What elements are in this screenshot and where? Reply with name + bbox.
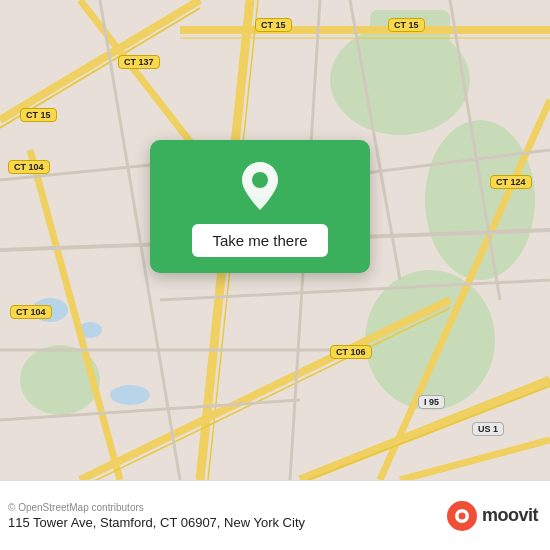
moovit-logo: moovit [446, 500, 538, 532]
road-badge-ct15-top: CT 15 [255, 18, 292, 32]
moovit-icon [446, 500, 478, 532]
road-badge-ct124: CT 124 [490, 175, 532, 189]
road-badge-ct15-top2: CT 15 [388, 18, 425, 32]
bottom-bar: © OpenStreetMap contributors 115 Tower A… [0, 480, 550, 550]
svg-point-37 [458, 512, 465, 519]
map-view: CT 15 CT 15 CT 137 CT 15 CT 104 CT 124 C… [0, 0, 550, 480]
road-badge-ct106: CT 106 [330, 345, 372, 359]
location-card: Take me there [150, 140, 370, 273]
osm-credit: © OpenStreetMap contributors [8, 502, 305, 513]
road-badge-ct15-mid: CT 15 [20, 108, 57, 122]
location-pin-icon [232, 158, 288, 214]
address-text: 115 Tower Ave, Stamford, CT 06907, New Y… [8, 515, 305, 530]
take-me-there-button[interactable]: Take me there [192, 224, 327, 257]
road-badge-ct137: CT 137 [118, 55, 160, 69]
svg-point-8 [110, 385, 150, 405]
road-badge-us1: US 1 [472, 422, 504, 436]
bottom-left-info: © OpenStreetMap contributors 115 Tower A… [8, 502, 305, 530]
road-badge-ct104-bot: CT 104 [10, 305, 52, 319]
road-badge-ct104-top: CT 104 [8, 160, 50, 174]
road-badge-i95: I 95 [418, 395, 445, 409]
moovit-label: moovit [482, 505, 538, 526]
svg-point-34 [252, 172, 268, 188]
